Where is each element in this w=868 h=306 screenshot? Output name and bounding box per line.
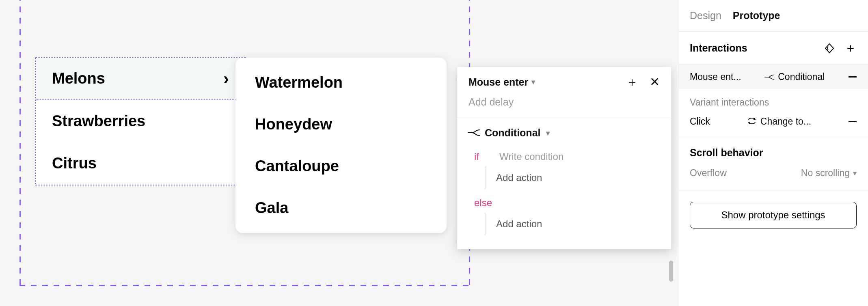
remove-interaction-button[interactable] (849, 76, 857, 78)
remove-variant-interaction-button[interactable] (849, 121, 857, 122)
overflow-dropdown[interactable]: No scrolling ▾ (801, 168, 857, 179)
add-action-button[interactable]: ＋ (626, 76, 638, 88)
if-add-action[interactable]: Add action (485, 166, 660, 189)
category-item-strawberries[interactable]: Strawberries (36, 100, 245, 142)
overflow-label: Overflow (690, 168, 727, 179)
conditional-icon (764, 71, 775, 82)
else-keyword: else (474, 197, 492, 209)
action-type-label: Conditional (485, 127, 540, 139)
submenu-item-label: Cantaloupe (255, 157, 339, 175)
button-label: Show prototype settings (721, 209, 825, 220)
if-branch: if Write condition (469, 147, 660, 166)
submenu-item[interactable]: Cantaloupe (235, 145, 447, 187)
chevron-down-icon: ▾ (853, 169, 857, 178)
submenu-item[interactable]: Honeydew (235, 103, 447, 145)
category-item-melons[interactable]: Melons › (36, 58, 245, 100)
submenu-item-label: Gala (255, 199, 288, 216)
add-delay-label: Add delay (469, 96, 514, 108)
if-keyword: if (474, 151, 492, 162)
submenu-item[interactable]: Watermelon (235, 62, 447, 103)
category-item-label: Citrus (52, 155, 97, 172)
interaction-row[interactable]: Mouse ent... Conditional (678, 65, 868, 89)
tab-label: Prototype (733, 10, 780, 21)
submenu-item-label: Watermelon (255, 74, 343, 91)
condition-input[interactable]: Write condition (499, 151, 564, 162)
chevron-down-icon: ▾ (546, 129, 550, 138)
trigger-dropdown[interactable]: Mouse enter ▾ (469, 76, 535, 88)
tab-prototype[interactable]: Prototype (733, 10, 780, 22)
remove-interactions-icon[interactable] (824, 43, 835, 54)
popover-header: Mouse enter ▾ ＋ ✕ (457, 67, 671, 93)
interaction-action: Conditional (778, 71, 825, 82)
tab-design[interactable]: Design (690, 10, 721, 22)
scrollbar-thumb[interactable] (669, 261, 673, 282)
section-title: Interactions (690, 42, 747, 54)
section-title: Scroll behavior (678, 137, 868, 164)
add-action-label: Add action (496, 218, 542, 229)
close-button[interactable]: ✕ (650, 76, 660, 88)
add-action-label: Add action (496, 172, 542, 183)
category-item-citrus[interactable]: Citrus (36, 142, 245, 185)
interactions-section: Interactions ＋ (678, 32, 868, 65)
chevron-down-icon: ▾ (531, 78, 535, 86)
tab-label: Design (690, 10, 721, 21)
submenu-item-label: Honeydew (255, 116, 332, 133)
add-interaction-button[interactable]: ＋ (844, 40, 857, 56)
add-delay-button[interactable]: Add delay (457, 93, 671, 117)
variant-interaction-row[interactable]: Click Change to... (678, 111, 868, 137)
conditional-icon (467, 127, 480, 139)
else-add-action[interactable]: Add action (485, 213, 660, 235)
trigger-label: Mouse enter (469, 76, 528, 88)
chevron-right-icon: › (223, 70, 229, 87)
interaction-trigger: Mouse ent... (690, 71, 741, 82)
overflow-value: No scrolling (801, 168, 850, 179)
submenu-item[interactable]: Gala (235, 187, 447, 229)
inspector-panel: Design Prototype Interactions ＋ Mouse en… (678, 0, 868, 306)
action-type-dropdown[interactable]: Conditional ▾ (469, 127, 660, 139)
change-to-icon (747, 116, 756, 127)
scroll-behavior-section: Scroll behavior Overflow No scrolling ▾ (678, 137, 868, 190)
variant-interactions-title: Variant interactions (678, 89, 868, 111)
interaction-editor-popover[interactable]: Mouse enter ▾ ＋ ✕ Add delay Conditional … (457, 67, 671, 249)
else-branch: else (469, 193, 660, 213)
submenu[interactable]: Watermelon Honeydew Cantaloupe Gala (235, 58, 447, 233)
category-item-label: Strawberries (52, 112, 145, 130)
show-prototype-settings-button[interactable]: Show prototype settings (690, 202, 857, 228)
category-menu[interactable]: Melons › Strawberries Citrus (35, 57, 246, 185)
panel-tabs: Design Prototype (678, 0, 868, 32)
popover-body: Conditional ▾ if Write condition Add act… (457, 117, 671, 249)
variant-action: Change to... (760, 116, 811, 127)
variant-trigger: Click (690, 116, 710, 127)
category-item-label: Melons (52, 70, 105, 87)
